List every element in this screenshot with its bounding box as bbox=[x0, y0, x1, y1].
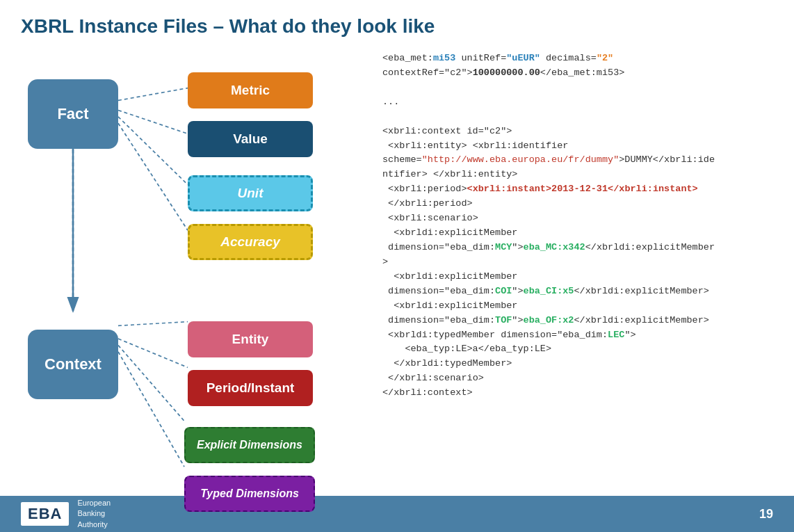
code-line-1: <eba_met:mi53 unitRef="uEUR" decimals="2… bbox=[382, 51, 773, 66]
metric-node: Metric bbox=[188, 72, 313, 108]
footer-logo: EBA bbox=[21, 502, 69, 526]
code-line-4: ... bbox=[382, 95, 773, 110]
value-node: Value bbox=[188, 121, 313, 157]
footer: EBA European Banking Authority 19 bbox=[0, 496, 794, 532]
diagram-nodes: Fact Context Metric Value Unit Accuracy bbox=[14, 51, 368, 489]
code-line-23: </xbrli:scenario> bbox=[382, 371, 773, 386]
slide: XBRL Instance Files – What do they look … bbox=[0, 0, 794, 532]
code-line-11: </xbrli:period> bbox=[382, 197, 773, 211]
code-line-10: <xbrli:period><xbrli:instant>2013-12-31<… bbox=[382, 182, 773, 197]
code-line-20: <xbrldi:typedMember dimension="eba_dim:L… bbox=[382, 328, 773, 343]
code-line-2: contextRef="c2">100000000.00</eba_met:mi… bbox=[382, 66, 773, 81]
code-line-16: <xbrldi:explicitMember bbox=[382, 270, 773, 284]
code-line-13: <xbrldi:explicitMember bbox=[382, 226, 773, 241]
code-line-12: <xbrli:scenario> bbox=[382, 211, 773, 226]
footer-page-number: 19 bbox=[759, 507, 773, 522]
code-line-24: </xbrli:context> bbox=[382, 386, 773, 401]
explicit-dimensions-node: Explicit Dimensions bbox=[184, 427, 315, 463]
code-line-21: <eba_typ:LE>a</eba_typ:LE> bbox=[382, 342, 773, 357]
code-line-15: > bbox=[382, 255, 773, 270]
period-node: Period/Instant bbox=[188, 370, 313, 406]
code-line-3 bbox=[382, 81, 773, 95]
code-line-17: dimension="eba_dim:COI">eba_CI:x5</xbrld… bbox=[382, 284, 773, 299]
slide-content: Fact Context Metric Value Unit Accuracy bbox=[0, 45, 794, 496]
code-line-14: dimension="eba_dim:MCY">eba_MC:x342</xbr… bbox=[382, 241, 773, 255]
code-line-8: scheme="http://www.eba.europa.eu/fr/dumm… bbox=[382, 153, 773, 168]
unit-node: Unit bbox=[188, 175, 313, 211]
context-node: Context bbox=[28, 330, 118, 399]
code-panel: <eba_met:mi53 unitRef="uEUR" decimals="2… bbox=[368, 51, 780, 489]
code-line-18: <xbrldi:explicitMember bbox=[382, 299, 773, 314]
accuracy-node: Accuracy bbox=[188, 224, 313, 260]
fact-node: Fact bbox=[28, 79, 118, 149]
footer-org-text: European Banking Authority bbox=[77, 498, 111, 530]
code-line-6: <xbrli:context id="c2"> bbox=[382, 124, 773, 139]
entity-node: Entity bbox=[188, 321, 313, 357]
code-line-9: ntifier> </xbrli:entity> bbox=[382, 168, 773, 182]
code-line-19: dimension="eba_dim:TOF">eba_OF:x2</xbrld… bbox=[382, 314, 773, 328]
code-line-5 bbox=[382, 110, 773, 124]
code-line-7: <xbrli:entity> <xbrli:identifier bbox=[382, 139, 773, 154]
code-line-22: </xbrldi:typedMember> bbox=[382, 357, 773, 371]
typed-dimensions-node: Typed Dimensions bbox=[184, 476, 315, 512]
slide-title: XBRL Instance Files – What do they look … bbox=[0, 0, 794, 45]
diagram: Fact Context Metric Value Unit Accuracy bbox=[14, 51, 368, 489]
